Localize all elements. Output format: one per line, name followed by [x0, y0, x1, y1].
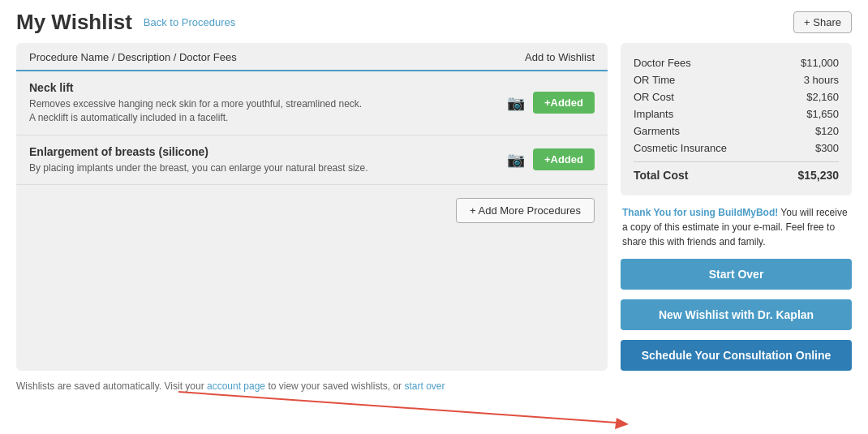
procedure-desc-0: Removes excessive hanging neck skin for … — [29, 97, 370, 125]
procedure-desc-1: By placing implants under the breast, yo… — [29, 161, 370, 175]
header: My Wishlist Back to Procedures + Share — [0, 0, 868, 43]
table-header: Procedure Name / Description / Doctor Fe… — [16, 43, 608, 71]
page-title: My Wishlist — [16, 10, 132, 35]
arrow-overlay — [0, 384, 868, 432]
cost-label-1: OR Time — [634, 74, 675, 86]
cost-label-0: Doctor Fees — [634, 57, 691, 69]
procedure-actions-1: 📷 +Added — [507, 148, 595, 170]
brand-text: Thank You for using BuildMyBod! — [622, 207, 778, 218]
header-left: My Wishlist Back to Procedures — [16, 10, 235, 35]
procedure-actions-0: 📷 +Added — [507, 92, 595, 114]
back-link[interactable]: Back to Procedures — [144, 16, 235, 28]
procedure-info: Enlargement of breasts (silicone) By pla… — [29, 145, 507, 175]
thank-you-box: Thank You for using BuildMyBod! You will… — [621, 205, 852, 249]
schedule-button[interactable]: Schedule Your Consultation Online — [621, 340, 852, 371]
cost-value-2: $2,160 — [806, 91, 839, 103]
cost-row-1: OR Time3 hours — [634, 71, 839, 88]
svg-line-0 — [178, 392, 617, 423]
camera-icon-0: 📷 — [507, 94, 525, 112]
cost-row-5: Cosmetic Insurance$300 — [634, 140, 839, 157]
procedure-list: Neck lift Removes excessive hanging neck… — [16, 71, 608, 185]
cost-rows: Doctor Fees$11,000OR Time3 hoursOR Cost$… — [634, 54, 839, 157]
cost-label-4: Garments — [634, 125, 680, 137]
procedure-info: Neck lift Removes excessive hanging neck… — [29, 81, 507, 125]
cost-value-5: $300 — [815, 142, 839, 154]
procedure-row: Neck lift Removes excessive hanging neck… — [16, 71, 608, 135]
cost-value-0: $11,000 — [801, 57, 839, 69]
new-wishlist-button[interactable]: New Wishlist with Dr. Kaplan — [621, 299, 852, 330]
col-header-left: Procedure Name / Description / Doctor Fe… — [29, 51, 237, 63]
left-panel: Procedure Name / Description / Doctor Fe… — [16, 43, 608, 371]
cost-label-5: Cosmetic Insurance — [634, 142, 727, 154]
start-over-button[interactable]: Start Over — [621, 259, 852, 290]
procedure-row: Enlargement of breasts (silicone) By pla… — [16, 135, 608, 186]
procedure-name-1: Enlargement of breasts (silicone) — [29, 145, 507, 158]
arrow-svg — [0, 384, 868, 432]
cost-label-3: Implants — [634, 108, 673, 120]
share-button[interactable]: + Share — [793, 11, 852, 33]
added-button-0[interactable]: +Added — [533, 92, 595, 114]
procedure-name-0: Neck lift — [29, 81, 507, 94]
cost-row-0: Doctor Fees$11,000 — [634, 54, 839, 71]
cost-value-4: $120 — [815, 125, 839, 137]
camera-icon-1: 📷 — [507, 151, 525, 169]
total-value: $15,230 — [797, 169, 839, 182]
total-label: Total Cost — [634, 169, 688, 182]
cost-value-1: 3 hours — [804, 74, 839, 86]
svg-marker-1 — [615, 418, 629, 429]
cost-box: Doctor Fees$11,000OR Time3 hoursOR Cost$… — [621, 43, 852, 196]
right-panel: Doctor Fees$11,000OR Time3 hoursOR Cost$… — [621, 43, 852, 371]
main-content: Procedure Name / Description / Doctor Fe… — [0, 43, 868, 371]
cost-value-3: $1,650 — [806, 108, 839, 120]
cost-row-4: Garments$120 — [634, 122, 839, 140]
add-more-button[interactable]: + Add More Procedures — [456, 198, 595, 223]
cost-row-3: Implants$1,650 — [634, 105, 839, 122]
cost-row-2: OR Cost$2,160 — [634, 88, 839, 105]
added-button-1[interactable]: +Added — [533, 148, 595, 170]
total-row: Total Cost $15,230 — [634, 161, 839, 184]
col-header-right: Add to Wishlist — [525, 51, 595, 63]
add-more-row: + Add More Procedures — [16, 185, 608, 226]
cost-label-2: OR Cost — [634, 91, 674, 103]
